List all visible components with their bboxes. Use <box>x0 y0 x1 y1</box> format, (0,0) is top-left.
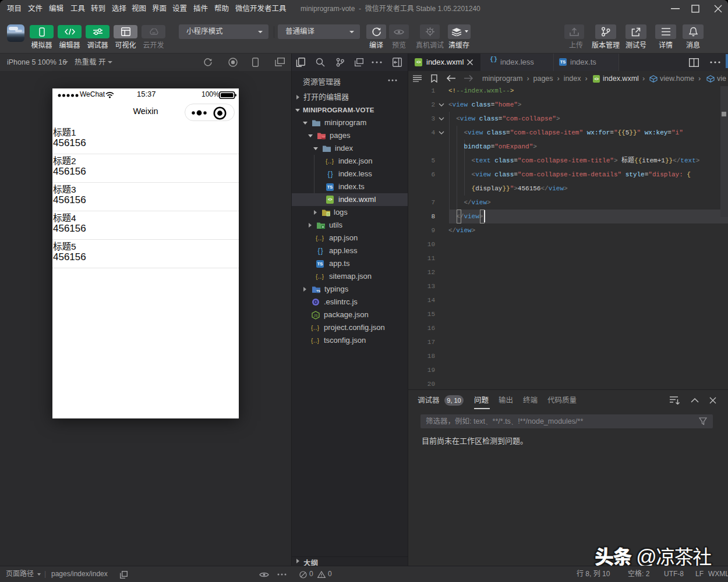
svg-text:JS: JS <box>313 313 317 317</box>
svg-text:{..}: {..} <box>326 159 334 165</box>
svg-text:{}: {} <box>317 247 323 255</box>
svg-text:{..}: {..} <box>316 236 324 242</box>
svg-text:{..}: {..} <box>316 274 324 281</box>
svg-text:TS: TS <box>316 289 320 293</box>
svg-text:{..}: {..} <box>311 325 319 332</box>
svg-text:{..}: {..} <box>311 338 319 345</box>
svg-text:{}: {} <box>327 171 333 179</box>
